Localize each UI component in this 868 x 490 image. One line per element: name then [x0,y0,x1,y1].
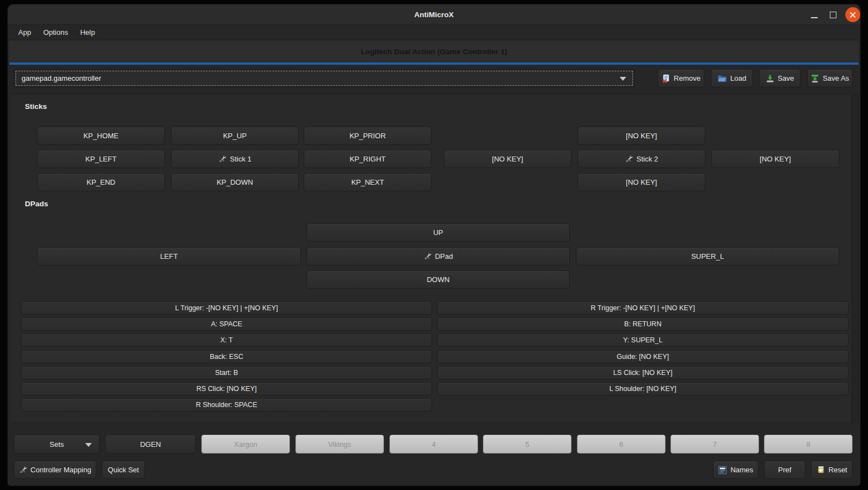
names-icon [718,466,727,475]
r-trigger-button[interactable]: R Trigger: -[NO KEY] | +[NO KEY] [437,301,849,315]
gamepad-wrench-icon [625,155,633,163]
gamepad-wrench-icon [19,466,27,474]
button-l-shoulder[interactable]: L Shoulder: [NO KEY] [437,382,849,395]
reset-button-label: Reset [829,466,848,474]
stick1-right-button[interactable]: KP_RIGHT [304,150,432,168]
save-button-label: Save [778,74,794,82]
profile-combobox-value: gamepad.gamecontroller [22,70,101,87]
dpad-button[interactable]: DPad [306,247,570,265]
maximize-button[interactable] [827,8,840,22]
stick1-up-button[interactable]: KP_UP [171,127,299,145]
reset-icon [817,466,825,475]
tab-active-indicator [9,62,859,65]
stick1-button[interactable]: Stick 1 [171,150,299,168]
open-folder-icon [718,74,727,82]
stick2-down-button[interactable]: [NO KEY] [578,173,705,191]
button-x[interactable]: X: T [21,333,432,347]
remove-profile-icon [662,74,671,83]
set-button-8[interactable]: 8 [764,435,853,453]
minimize-button[interactable] [808,8,821,22]
load-button[interactable]: Load [711,69,753,87]
set-button-3[interactable]: Vikings [295,435,384,453]
button-back[interactable]: Back: ESC [21,350,432,363]
remove-button[interactable]: Remove [658,69,704,87]
button-rs-click[interactable]: RS Click: [NO KEY] [21,382,432,395]
save-icon [766,74,775,83]
tab-bar: Logitech Dual Action (Game Controller 1) [9,41,859,65]
save-as-button[interactable]: Save As [807,69,853,87]
button-r-shoulder[interactable]: R Shoulder: SPACE [21,398,432,411]
names-button[interactable]: Names [713,461,758,479]
stick2-button[interactable]: Stick 2 [578,150,705,168]
stick1-button-label: Stick 1 [230,155,251,163]
sets-dropdown-button[interactable]: Sets [14,435,100,453]
menu-app[interactable]: App [12,26,37,39]
main-scroll-area: Sticks KP_HOME KP_UP KP_PRIOR [NO KEY] K… [9,94,859,423]
save-button[interactable]: Save [759,69,801,87]
tab-controller[interactable]: Logitech Dual Action (Game Controller 1) [9,41,859,62]
stick2-right-button[interactable]: [NO KEY] [711,150,839,168]
remove-button-label: Remove [674,74,700,82]
button-a[interactable]: A: SPACE [21,317,432,331]
stick2-button-label: Stick 2 [636,155,658,163]
minimize-icon [811,17,818,18]
save-as-button-label: Save As [823,74,849,82]
dpad-right-button[interactable]: SUPER_L [576,247,839,265]
button-guide[interactable]: Guide: [NO KEY] [437,350,849,363]
dpad-left-button[interactable]: LEFT [37,247,301,265]
set-button-2[interactable]: Xargon [201,435,290,453]
menu-options[interactable]: Options [37,26,74,39]
controller-mapping-label: Controller Mapping [30,466,91,474]
sticks-heading: Sticks [25,102,47,111]
menubar: App Options Help [8,25,860,40]
chevron-down-icon [620,77,626,81]
load-button-label: Load [730,74,746,82]
save-as-icon [810,74,819,83]
set-button-1[interactable]: DGEN [105,435,196,453]
names-button-label: Names [730,466,753,474]
titlebar[interactable]: AntiMicroX [8,4,860,25]
gamepad-wrench-icon [218,155,226,163]
set-button-6[interactable]: 6 [577,435,666,453]
stick1-down-left-button[interactable]: KP_END [37,173,165,191]
dpad-button-label: DPad [435,252,453,260]
chevron-down-icon [85,443,92,447]
set-button-7[interactable]: 7 [671,435,759,453]
dpad-down-button[interactable]: DOWN [306,270,570,289]
dpad-up-button[interactable]: UP [306,223,570,242]
stick1-up-left-button[interactable]: KP_HOME [37,127,165,145]
maximize-icon [830,12,836,18]
stick1-down-right-button[interactable]: KP_NEXT [304,173,432,191]
stick2-up-button[interactable]: [NO KEY] [578,127,705,145]
controller-mapping-button[interactable]: Controller Mapping [14,461,96,479]
sets-dropdown-label: Sets [49,440,64,449]
vertical-scrollbar[interactable] [851,95,858,422]
close-button[interactable] [845,7,860,22]
button-y[interactable]: Y: SUPER_L [437,333,849,347]
stick1-down-button[interactable]: KP_DOWN [171,173,299,191]
l-trigger-button[interactable]: L Trigger: -[NO KEY] | +[NO KEY] [21,301,432,315]
button-start[interactable]: Start: B [21,366,432,379]
set-button-5[interactable]: 5 [483,435,571,453]
window-title: AntiMicroX [8,4,860,25]
set-button-4[interactable]: 4 [389,435,478,453]
dpads-heading: DPads [25,200,48,208]
profile-combobox[interactable]: gamepad.gamecontroller [14,69,635,87]
stick2-left-button[interactable]: [NO KEY] [444,150,571,168]
quick-set-button[interactable]: Quick Set [102,461,145,479]
button-b[interactable]: B: RETURN [437,317,849,331]
button-ls-click[interactable]: LS Click: [NO KEY] [437,366,849,379]
stick1-up-right-button[interactable]: KP_PRIOR [304,127,432,145]
menu-help[interactable]: Help [74,26,101,39]
reset-button[interactable]: Reset [811,461,853,479]
gamepad-wrench-icon [423,252,432,260]
pref-button[interactable]: Pref [764,461,805,479]
stick1-left-button[interactable]: KP_LEFT [37,150,165,168]
app-window: AntiMicroX App Options Help Logitech Dua… [8,4,860,486]
